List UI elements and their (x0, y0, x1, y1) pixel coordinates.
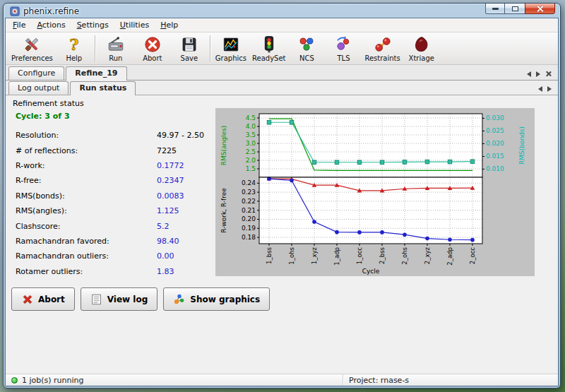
show-graphics-button[interactable]: Show graphics (163, 287, 270, 311)
svg-text:0.23: 0.23 (242, 189, 256, 196)
menu-help[interactable]: Help (155, 19, 184, 31)
stat-value: 0.2347 (157, 176, 184, 185)
subtab-scroll-right-icon[interactable] (547, 86, 552, 92)
view-log-button[interactable]: View log (81, 287, 158, 311)
toolbar-label: Graphics (215, 54, 246, 62)
tab-refine-19[interactable]: Refine_19 (66, 66, 126, 81)
sub-tab-controls (538, 86, 555, 95)
svg-text:0.19: 0.19 (242, 225, 256, 232)
tab-close-icon[interactable] (545, 71, 552, 77)
stat-value: 7225 (157, 146, 177, 155)
run-status-panel: Refinement status Cycle: 3 of 3 Resoluti… (6, 95, 558, 374)
tls-icon (334, 35, 352, 54)
sub-tab-bar: Log outputRun status (6, 81, 558, 95)
window-title: phenix.refine (23, 6, 79, 16)
toolbar-restraints-button[interactable]: Restraints (362, 34, 403, 64)
svg-text:0.20: 0.20 (242, 215, 256, 222)
toolbar-preferences-button[interactable]: Preferences (8, 34, 56, 64)
cycle-label: Cycle: 3 of 3 (16, 112, 70, 121)
ncs-icon (297, 35, 316, 54)
svg-text:1_adp: 1_adp (333, 247, 340, 266)
button-label: View log (107, 295, 148, 304)
svg-text:4.5: 4.5 (246, 114, 256, 121)
sub-tabs: Log outputRun status (8, 81, 137, 95)
stat-row-ramachandran-outliers: Ramachandran outliers:0.00 (16, 249, 210, 263)
toolbar: Preferences?HelpRunAbortSaveGraphicsRead… (6, 32, 558, 65)
preferences-icon (23, 35, 41, 54)
toolbar-separator (210, 35, 210, 62)
toolbar-graphics-button[interactable]: Graphics (213, 34, 249, 64)
toolbar-readyset-button[interactable]: ReadySet (249, 34, 288, 64)
stat-row-clashscore: Clashscore:5.2 (16, 218, 210, 233)
svg-text:0.010: 0.010 (486, 165, 504, 172)
svg-text:1_occ: 1_occ (356, 247, 363, 265)
stat-label: RMS(bonds): (16, 191, 157, 201)
svg-text:1_ohs: 1_ohs (288, 247, 295, 264)
stat-value: 0.0083 (157, 191, 184, 201)
subtab-run-status[interactable]: Run status (70, 81, 136, 95)
stat-row-rotamer-outliers: Rotamer outliers:1.83 (16, 264, 210, 279)
svg-text:0.22: 0.22 (242, 198, 256, 205)
close-button[interactable] (525, 4, 555, 14)
toolbar-separator (95, 35, 95, 62)
stat-label: R-free: (16, 176, 157, 185)
caption-buttons (485, 4, 555, 14)
status-bar: 1 job(s) running Project: rnase-s (6, 374, 558, 386)
menu-actions[interactable]: Actions (31, 19, 71, 31)
svg-text:0.020: 0.020 (486, 140, 504, 147)
toolbar-label: Save (181, 54, 198, 62)
svg-text:0.18: 0.18 (242, 234, 256, 241)
svg-text:0.015: 0.015 (486, 153, 504, 160)
xtriage-icon (412, 35, 431, 54)
toolbar-abort-button[interactable]: Abort (134, 34, 171, 64)
view-log-icon (90, 293, 103, 306)
readyset-icon (260, 35, 278, 54)
show-graphics-icon (173, 293, 186, 306)
graphics-icon (222, 35, 240, 54)
action-buttons-row: AbortView logShow graphics (11, 287, 270, 311)
subtab-log-output[interactable]: Log output (8, 81, 69, 95)
stat-label: RMS(angles): (16, 206, 157, 215)
svg-text:?: ? (69, 35, 78, 54)
toolbar-run-button[interactable]: Run (97, 34, 134, 64)
toolbar-label: Restraints (364, 54, 400, 62)
title-bar[interactable]: phenix.refine (4, 4, 560, 18)
toolbar-xtriage-button[interactable]: Xtriage (403, 34, 440, 64)
toolbar-ncs-button[interactable]: NCS (288, 34, 325, 64)
stat-row-ramachandran-favored: Ramachandran favored:98.40 (16, 234, 210, 249)
button-label: Show graphics (190, 295, 260, 304)
stat-value: 0.1772 (157, 161, 184, 170)
toolbar-tls-button[interactable]: TLS (325, 34, 362, 64)
svg-text:1_bss: 1_bss (266, 247, 273, 263)
menu-file[interactable]: File (7, 19, 31, 31)
maximize-icon (512, 6, 518, 11)
toolbar-label: Help (66, 54, 82, 62)
stat-row-r-work: R-work:0.1772 (16, 158, 210, 173)
app-icon (10, 6, 20, 16)
abort-button[interactable]: Abort (11, 287, 75, 311)
maximize-button[interactable] (505, 4, 525, 14)
project-name-text: Project: rnase-s (349, 376, 409, 385)
stat-row-r-free: R-free:0.2347 (16, 173, 210, 188)
stat-label: Clashscore: (16, 222, 157, 231)
abort-icon (143, 35, 162, 54)
close-icon (536, 5, 544, 13)
tab-configure[interactable]: Configure (8, 66, 64, 80)
menu-settings[interactable]: Settings (71, 19, 114, 31)
stat-value: 49.97 - 2.50 (157, 131, 204, 140)
stat-label: Resolution: (16, 131, 157, 140)
subtab-scroll-left-icon[interactable] (538, 86, 542, 92)
stat-value: 0.00 (157, 251, 174, 261)
svg-text:RMS(angles): RMS(angles) (220, 126, 227, 165)
help-icon: ? (65, 35, 83, 54)
svg-text:R-work, R-free: R-work, R-free (220, 188, 227, 233)
tab-scroll-left-icon[interactable] (527, 71, 531, 77)
menu-utilities[interactable]: Utilities (114, 19, 155, 31)
minimize-button[interactable] (485, 4, 505, 14)
toolbar-help-button[interactable]: ?Help (56, 34, 93, 64)
status-bar-project-cell: Project: rnase-s (343, 376, 409, 385)
main-tabs: ConfigureRefine_19 (8, 66, 129, 80)
tab-scroll-right-icon[interactable] (536, 71, 540, 77)
toolbar-save-button[interactable]: Save (171, 34, 208, 64)
run-icon (107, 35, 125, 54)
